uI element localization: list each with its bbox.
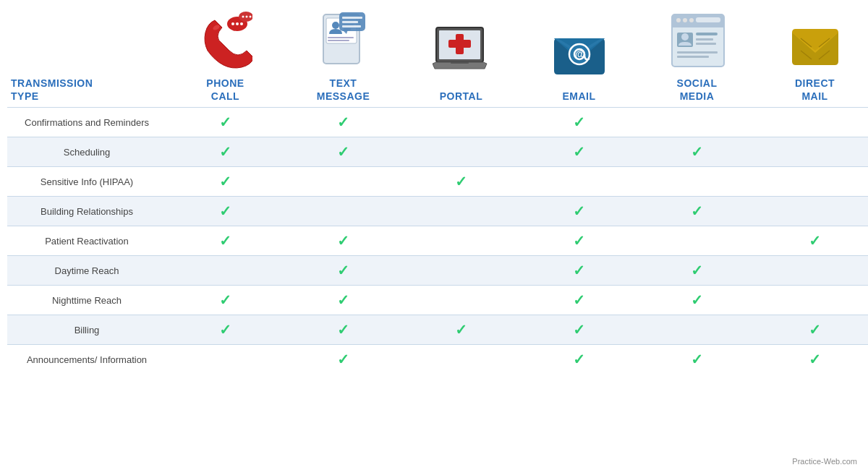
cell-direct: ✓ <box>756 226 868 256</box>
checkmark-icon: ✓ <box>573 144 585 160</box>
svg-rect-43 <box>677 56 709 58</box>
checkmark-icon: ✓ <box>573 114 585 130</box>
cell-email: ✓ <box>520 108 638 137</box>
portal-icon <box>433 24 490 85</box>
svg-point-8 <box>250 16 252 18</box>
table-row: Sensitive Info (HIPAA)✓✓ <box>7 167 868 197</box>
svg-point-4 <box>236 22 239 25</box>
svg-rect-20 <box>342 21 358 23</box>
portal-header: PORTAL <box>402 7 520 108</box>
cell-portal <box>402 108 520 137</box>
email-icon: @ <box>550 24 608 85</box>
checkmark-icon: ✓ <box>337 114 349 130</box>
text-header: TEXTMESSAGE <box>284 7 402 108</box>
row-label: Sensitive Info (HIPAA) <box>7 167 166 197</box>
cell-direct <box>756 108 868 137</box>
table-body: Confirmations and Reminders✓✓✓Scheduling… <box>7 108 868 375</box>
row-label: Nighttime Reach <box>7 286 166 315</box>
svg-point-6 <box>242 16 244 18</box>
social-icon-wrap <box>638 7 756 72</box>
svg-rect-16 <box>328 40 349 41</box>
checkmark-icon: ✓ <box>809 233 821 249</box>
cell-portal <box>402 137 520 167</box>
checkmark-icon: ✓ <box>219 233 231 249</box>
row-label: Billing <box>7 315 166 345</box>
svg-rect-26 <box>451 62 469 64</box>
table-row: Building Relationships✓✓✓ <box>7 197 868 226</box>
svg-rect-39 <box>696 33 718 35</box>
table-row: Confirmations and Reminders✓✓✓ <box>7 108 868 137</box>
cell-phone: ✓ <box>166 315 284 345</box>
table-row: Daytime Reach✓✓✓ <box>7 256 868 286</box>
email-label: EMAIL <box>520 85 638 103</box>
row-label: Scheduling <box>7 137 166 167</box>
cell-text: ✓ <box>284 286 402 315</box>
cell-text <box>284 197 402 226</box>
cell-social: ✓ <box>638 286 756 315</box>
cell-portal <box>402 197 520 226</box>
cell-phone <box>166 256 284 286</box>
cell-email: ✓ <box>520 345 638 375</box>
cell-phone: ✓ <box>166 167 284 197</box>
cell-social <box>638 315 756 345</box>
checkmark-icon: ✓ <box>219 144 231 160</box>
checkmark-icon: ✓ <box>809 322 821 338</box>
checkmark-icon: ✓ <box>691 144 703 160</box>
portal-label: PORTAL <box>402 85 520 103</box>
checkmark-icon: ✓ <box>573 351 585 367</box>
direct-icon-wrap <box>756 7 868 72</box>
checkmark-icon: ✓ <box>455 322 467 338</box>
row-label: Confirmations and Reminders <box>7 108 166 137</box>
row-label: Patient Reactivation <box>7 226 166 256</box>
cell-email: ✓ <box>520 286 638 315</box>
cell-social: ✓ <box>638 197 756 226</box>
svg-point-3 <box>231 22 234 25</box>
svg-rect-19 <box>342 17 362 19</box>
checkmark-icon: ✓ <box>455 174 467 189</box>
cell-portal: ✓ <box>402 167 520 197</box>
cell-direct: ✓ <box>756 345 868 375</box>
cell-phone: ✓ <box>166 226 284 256</box>
cell-phone <box>166 345 284 375</box>
cell-text: ✓ <box>284 256 402 286</box>
phone-header: PHONECALL <box>166 7 284 108</box>
table-row: Patient Reactivation✓✓✓✓ <box>7 226 868 256</box>
comparison-table: TRANSMISSIONTYPE <box>7 7 868 374</box>
svg-point-33 <box>676 18 681 22</box>
cell-text: ✓ <box>284 137 402 167</box>
checkmark-icon: ✓ <box>573 292 585 308</box>
svg-rect-21 <box>342 25 361 27</box>
cell-email: ✓ <box>520 226 638 256</box>
checkmark-icon: ✓ <box>219 114 231 130</box>
main-container: TRANSMISSIONTYPE <box>0 0 868 470</box>
svg-point-11 <box>332 22 339 29</box>
text-message-icon <box>318 11 370 72</box>
row-label: Announcements/ Information <box>7 345 166 375</box>
checkmark-icon: ✓ <box>691 262 703 278</box>
table-row: Billing✓✓✓✓✓ <box>7 315 868 345</box>
portal-icon-wrap <box>402 20 520 85</box>
text-label: TEXTMESSAGE <box>284 72 402 103</box>
svg-point-35 <box>689 18 694 22</box>
table-row: Scheduling✓✓✓✓ <box>7 137 868 167</box>
checkmark-icon: ✓ <box>573 262 585 278</box>
checkmark-icon: ✓ <box>337 233 349 249</box>
svg-text:@: @ <box>575 48 585 60</box>
cell-social <box>638 167 756 197</box>
cell-portal: ✓ <box>402 315 520 345</box>
cell-email: ✓ <box>520 137 638 167</box>
checkmark-icon: ✓ <box>219 292 231 308</box>
cell-direct <box>756 137 868 167</box>
checkmark-icon: ✓ <box>691 203 703 219</box>
cell-email: ✓ <box>520 197 638 226</box>
cell-email: ✓ <box>520 256 638 286</box>
phone-label: PHONECALL <box>166 72 284 103</box>
email-header: @ EMAIL <box>520 7 638 108</box>
svg-rect-15 <box>328 37 354 38</box>
cell-social: ✓ <box>638 137 756 167</box>
direct-label: DIRECTMAIL <box>756 72 868 103</box>
direct-mail-icon <box>786 11 844 72</box>
checkmark-icon: ✓ <box>219 203 231 219</box>
cell-text: ✓ <box>284 108 402 137</box>
cell-direct <box>756 286 868 315</box>
